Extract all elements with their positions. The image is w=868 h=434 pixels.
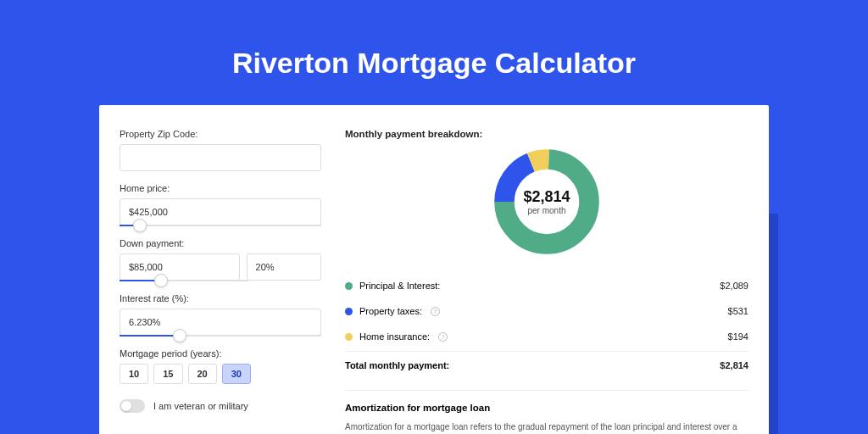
legend-value: $2,089 — [720, 281, 748, 291]
legend-row: Principal & Interest:$2,089 — [345, 273, 748, 298]
zip-input[interactable] — [120, 144, 321, 171]
legend-dot — [345, 333, 353, 341]
period-20-button[interactable]: 20 — [188, 364, 217, 384]
home-price-slider[interactable] — [120, 225, 321, 226]
total-label: Total monthly payment: — [345, 360, 449, 370]
legend-total-row: Total monthly payment:$2,814 — [345, 351, 748, 378]
donut-chart: $2,814 per month — [345, 146, 748, 258]
legend-row: Home insurance: ?$194 — [345, 324, 748, 349]
legend-value: $531 — [728, 306, 748, 316]
period-label: Mortgage period (years): — [120, 348, 321, 359]
interest-rate-slider[interactable] — [120, 335, 321, 337]
total-value: $2,814 — [720, 360, 748, 370]
legend-value: $194 — [728, 331, 748, 342]
veteran-label: I am veteran or military — [153, 401, 248, 411]
info-icon[interactable]: ? — [438, 332, 448, 342]
interest-rate-input[interactable] — [120, 309, 321, 336]
legend-label: Property taxes: — [359, 306, 422, 316]
period-10-button[interactable]: 10 — [120, 364, 148, 384]
down-payment-pct-input[interactable] — [247, 253, 321, 281]
interest-rate-label: Interest rate (%): — [120, 293, 321, 303]
zip-label: Property Zip Code: — [120, 129, 321, 139]
breakdown-column: Monthly payment breakdown: $2,814 per mo… — [345, 129, 748, 434]
calculator-panel: Property Zip Code: Home price: Down paym… — [99, 105, 769, 434]
slider-thumb[interactable] — [173, 329, 186, 342]
home-price-label: Home price: — [120, 183, 321, 193]
info-icon[interactable]: ? — [431, 307, 440, 316]
down-payment-label: Down payment: — [120, 238, 321, 248]
donut-sub: per month — [523, 206, 570, 215]
donut-total: $2,814 — [523, 188, 570, 206]
legend-dot — [345, 282, 353, 290]
legend-row: Property taxes: ?$531 — [345, 298, 748, 324]
period-15-button[interactable]: 15 — [153, 364, 182, 384]
legend-label: Home insurance: — [359, 331, 430, 342]
amortization-title: Amortization for mortgage loan — [345, 403, 748, 413]
down-payment-slider[interactable] — [120, 280, 248, 281]
slider-thumb[interactable] — [133, 219, 147, 232]
inputs-column: Property Zip Code: Home price: Down paym… — [120, 129, 321, 434]
home-price-input[interactable] — [120, 198, 321, 225]
down-payment-input[interactable] — [120, 253, 240, 281]
period-30-button[interactable]: 30 — [222, 364, 251, 384]
veteran-toggle[interactable] — [120, 399, 145, 413]
amortization-body: Amortization for a mortgage loan refers … — [345, 421, 748, 434]
page-title: Riverton Mortgage Calculator — [0, 0, 868, 105]
breakdown-title: Monthly payment breakdown: — [345, 129, 748, 139]
slider-thumb[interactable] — [154, 274, 168, 287]
legend-dot — [345, 308, 353, 315]
legend-label: Principal & Interest: — [359, 281, 440, 291]
